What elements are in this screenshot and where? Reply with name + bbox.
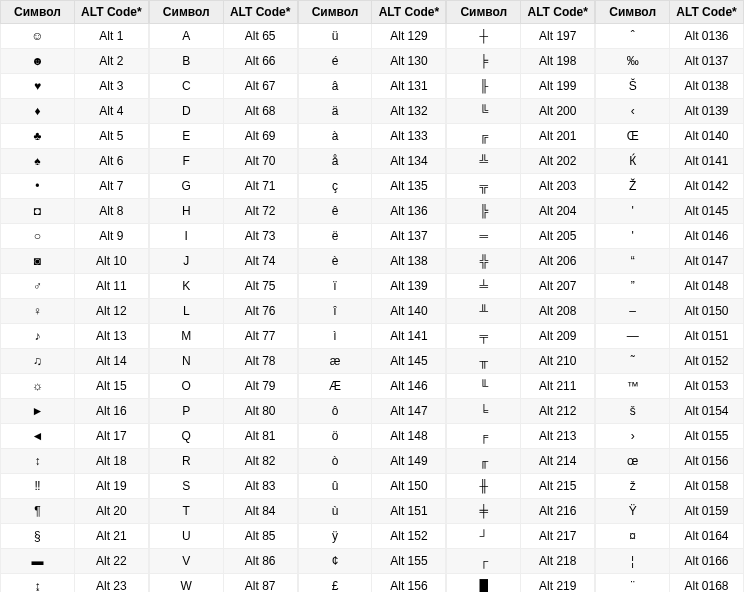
table-row: ╩Alt 202 bbox=[447, 149, 595, 174]
symbol-cell: ♫ bbox=[1, 349, 75, 374]
symbol-cell: ™ bbox=[596, 374, 670, 399]
table-5: Символ ALT Code* ˆAlt 0136‰Alt 0137ŠAlt … bbox=[595, 0, 744, 592]
code-cell: Alt 8 bbox=[74, 199, 148, 224]
symbol-cell: ê bbox=[298, 199, 372, 224]
code-cell: Alt 217 bbox=[521, 524, 595, 549]
table-row: ╬Alt 206 bbox=[447, 249, 595, 274]
symbol-cell: Š bbox=[596, 74, 670, 99]
code-cell: Alt 0136 bbox=[670, 24, 744, 49]
code-cell: Alt 0153 bbox=[670, 374, 744, 399]
symbol-cell: W bbox=[149, 574, 223, 592]
symbol-cell: ♪ bbox=[1, 324, 75, 349]
symbol-cell: ¶ bbox=[1, 499, 75, 524]
table-row: ÆAlt 146 bbox=[298, 374, 446, 399]
code-cell: Alt 129 bbox=[372, 24, 446, 49]
symbol-cell: ═ bbox=[447, 224, 521, 249]
code-cell: Alt 215 bbox=[521, 474, 595, 499]
code-cell: Alt 151 bbox=[372, 499, 446, 524]
code-cell: Alt 0159 bbox=[670, 499, 744, 524]
table-row: LAlt 76 bbox=[149, 299, 297, 324]
table-row: îAlt 140 bbox=[298, 299, 446, 324]
table-row: “Alt 0147 bbox=[596, 249, 744, 274]
symbol-cell: ♣ bbox=[1, 124, 75, 149]
column-block-4: Символ ALT Code* ┼Alt 197╞Alt 198╟Alt 19… bbox=[446, 0, 595, 592]
symbol-cell: ♠ bbox=[1, 149, 75, 174]
table-row: ╪Alt 216 bbox=[447, 499, 595, 524]
table-row: ¨Alt 0168 bbox=[596, 574, 744, 592]
table-row: ◄Alt 17 bbox=[1, 424, 149, 449]
symbol-cell: ä bbox=[298, 99, 372, 124]
symbol-cell: Æ bbox=[298, 374, 372, 399]
table-row: –Alt 0150 bbox=[596, 299, 744, 324]
table-row: ╟Alt 199 bbox=[447, 74, 595, 99]
table-row: AAlt 65 bbox=[149, 24, 297, 49]
table-2: Символ ALT Code* AAlt 65BAlt 66CAlt 67DA… bbox=[149, 0, 298, 592]
table-row: ☺Alt 1 bbox=[1, 24, 149, 49]
table-row: åAlt 134 bbox=[298, 149, 446, 174]
symbol-cell: ◙ bbox=[1, 249, 75, 274]
code-cell: Alt 82 bbox=[223, 449, 297, 474]
table-row: NAlt 78 bbox=[149, 349, 297, 374]
code-cell: Alt 204 bbox=[521, 199, 595, 224]
table-row: ↕Alt 18 bbox=[1, 449, 149, 474]
symbol-cell: ┌ bbox=[447, 549, 521, 574]
code-cell: Alt 201 bbox=[521, 124, 595, 149]
code-cell: Alt 208 bbox=[521, 299, 595, 324]
code-cell: Alt 73 bbox=[223, 224, 297, 249]
symbol-cell: § bbox=[1, 524, 75, 549]
table-row: ♫Alt 14 bbox=[1, 349, 149, 374]
symbol-cell: F bbox=[149, 149, 223, 174]
table-row: òAlt 149 bbox=[298, 449, 446, 474]
table-row: ◙Alt 10 bbox=[1, 249, 149, 274]
code-cell: Alt 155 bbox=[372, 549, 446, 574]
table-row: ëAlt 137 bbox=[298, 224, 446, 249]
symbol-cell: Œ bbox=[596, 124, 670, 149]
symbol-cell: ¢ bbox=[298, 549, 372, 574]
symbol-cell: O bbox=[149, 374, 223, 399]
table-row: ♠Alt 6 bbox=[1, 149, 149, 174]
table-row: éAlt 130 bbox=[298, 49, 446, 74]
table-row: ○Alt 9 bbox=[1, 224, 149, 249]
code-cell: Alt 132 bbox=[372, 99, 446, 124]
code-cell: Alt 21 bbox=[74, 524, 148, 549]
code-cell: Alt 87 bbox=[223, 574, 297, 592]
code-cell: Alt 213 bbox=[521, 424, 595, 449]
code-cell: Alt 216 bbox=[521, 499, 595, 524]
code-cell: Alt 84 bbox=[223, 499, 297, 524]
symbol-cell: à bbox=[298, 124, 372, 149]
table-row: PAlt 80 bbox=[149, 399, 297, 424]
code-cell: Alt 0146 bbox=[670, 224, 744, 249]
symbol-cell: Ž bbox=[596, 174, 670, 199]
symbol-cell: ò bbox=[298, 449, 372, 474]
code-cell: Alt 68 bbox=[223, 99, 297, 124]
table-row: ùAlt 151 bbox=[298, 499, 446, 524]
table-row: ╙Alt 211 bbox=[447, 374, 595, 399]
code-cell: Alt 80 bbox=[223, 399, 297, 424]
table-row: ûAlt 150 bbox=[298, 474, 446, 499]
symbol-cell: N bbox=[149, 349, 223, 374]
code-cell: Alt 148 bbox=[372, 424, 446, 449]
symbol-cell: ‹ bbox=[596, 99, 670, 124]
symbol-cell: ╟ bbox=[447, 74, 521, 99]
table-row: æAlt 145 bbox=[298, 349, 446, 374]
symbol-cell: ˜ bbox=[596, 349, 670, 374]
code-cell: Alt 4 bbox=[74, 99, 148, 124]
symbol-cell: R bbox=[149, 449, 223, 474]
symbol-cell: ╬ bbox=[447, 249, 521, 274]
table-row: ♂Alt 11 bbox=[1, 274, 149, 299]
symbol-cell: £ bbox=[298, 574, 372, 592]
symbol-cell: V bbox=[149, 549, 223, 574]
table-row: ╒Alt 213 bbox=[447, 424, 595, 449]
table-row: çAlt 135 bbox=[298, 174, 446, 199]
symbol-cell: é bbox=[298, 49, 372, 74]
header-symbol: Символ bbox=[596, 1, 670, 24]
table-row: WAlt 87 bbox=[149, 574, 297, 592]
table-row: GAlt 71 bbox=[149, 174, 297, 199]
symbol-cell: ö bbox=[298, 424, 372, 449]
table-row: SAlt 83 bbox=[149, 474, 297, 499]
code-cell: Alt 79 bbox=[223, 374, 297, 399]
code-cell: Alt 211 bbox=[521, 374, 595, 399]
symbol-cell: ╫ bbox=[447, 474, 521, 499]
symbol-cell: â bbox=[298, 74, 372, 99]
code-cell: Alt 74 bbox=[223, 249, 297, 274]
